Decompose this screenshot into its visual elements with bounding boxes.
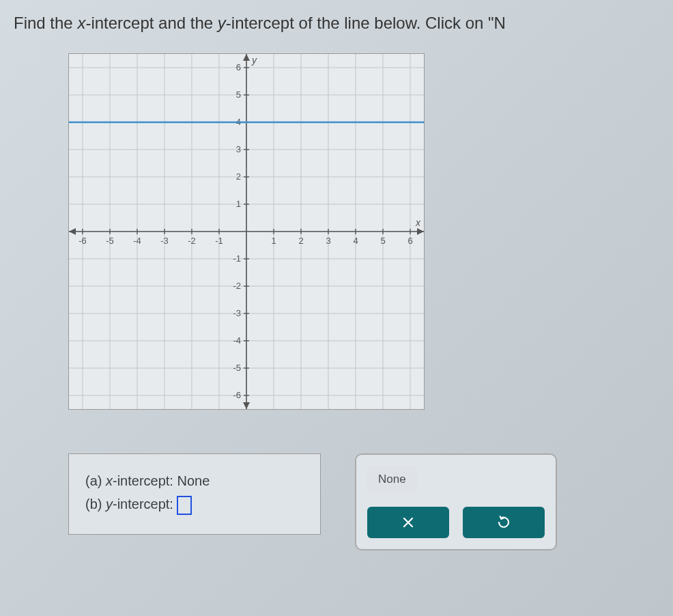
svg-text:-4: -4 [133,236,141,246]
none-button[interactable]: None [367,466,417,493]
svg-text:4: 4 [353,236,358,246]
question-text: Find the x-intercept and the y-intercept… [14,14,659,33]
svg-text:5: 5 [236,89,241,100]
svg-text:-1: -1 [215,236,223,246]
q-mid1: -intercept and the [85,14,217,32]
y-intercept-input[interactable] [177,496,192,515]
q-prefix: Find the [14,14,77,32]
svg-text:-4: -4 [233,335,241,346]
undo-icon [497,516,511,529]
svg-text:x: x [415,217,421,228]
x-icon [402,516,414,529]
tool-panel: None [355,453,557,550]
a-var: x [106,473,113,488]
svg-text:-2: -2 [188,236,196,246]
svg-text:-1: -1 [233,253,241,264]
b-prefix: (b) [85,496,106,512]
svg-text:1: 1 [236,199,241,209]
svg-marker-29 [69,228,76,235]
svg-text:1: 1 [271,236,276,246]
svg-text:3: 3 [236,144,241,154]
a-prefix: (a) [85,473,106,488]
svg-text:3: 3 [326,236,330,246]
svg-text:5: 5 [380,236,385,246]
svg-marker-31 [243,402,250,409]
svg-text:-5: -5 [106,236,114,246]
b-var: y [106,496,113,512]
svg-text:-2: -2 [233,281,241,291]
answer-box: (a) x-intercept: None (b) y-intercept: [68,453,321,535]
graph[interactable]: -6-5-4-3-2-1123456-6-5-4-3-2-1123456xy [68,53,425,410]
clear-button[interactable] [367,507,449,538]
svg-text:-3: -3 [233,308,241,318]
svg-marker-28 [417,228,424,235]
svg-text:y: y [251,55,257,66]
svg-text:2: 2 [298,236,303,246]
a-value[interactable]: None [177,473,210,488]
b-text: -intercept: [113,496,177,512]
undo-button[interactable] [463,507,545,538]
svg-text:6: 6 [236,62,241,72]
svg-marker-30 [243,54,250,61]
svg-text:-3: -3 [160,236,169,246]
svg-text:6: 6 [407,236,412,246]
svg-text:2: 2 [236,171,241,182]
answer-a: (a) x-intercept: None [85,473,304,489]
svg-text:-6: -6 [78,236,87,246]
svg-text:-5: -5 [233,363,241,373]
coordinate-plane: -6-5-4-3-2-1123456-6-5-4-3-2-1123456xy [69,54,424,409]
answer-b: (b) y-intercept: [85,496,304,515]
q-yvar: y [218,14,226,32]
svg-text:-6: -6 [233,390,241,400]
a-text: -intercept: [113,473,177,488]
q-mid2: -intercept of the line below. Click on "… [226,14,506,32]
q-xvar: x [77,14,85,32]
